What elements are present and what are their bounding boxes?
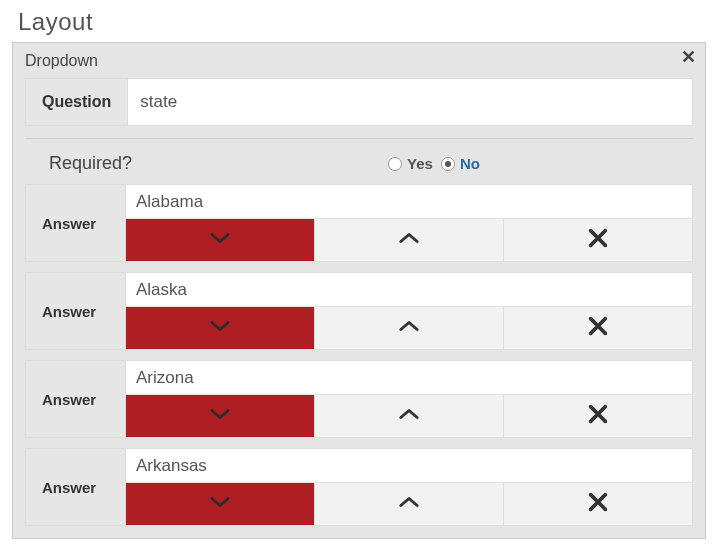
close-icon: [587, 491, 609, 517]
move-down-button[interactable]: [126, 307, 315, 349]
answer-actions: [126, 483, 692, 525]
answer-actions: [126, 307, 692, 349]
question-row: Question: [25, 78, 693, 126]
answer-content: [126, 449, 692, 525]
answer-content: [126, 185, 692, 261]
answer-input[interactable]: [126, 185, 692, 219]
answer-input[interactable]: [126, 449, 692, 483]
answer-row: Answer: [25, 184, 693, 262]
panel-body: Question Required? Yes No AnswerAnswerAn…: [13, 78, 705, 538]
chevron-down-icon: [206, 319, 234, 337]
move-up-button[interactable]: [315, 219, 504, 261]
answer-content: [126, 361, 692, 437]
move-up-button[interactable]: [315, 307, 504, 349]
page-title: Layout: [0, 0, 718, 42]
close-icon: [587, 315, 609, 341]
answer-row: Answer: [25, 448, 693, 526]
radio-label-yes: Yes: [407, 155, 433, 172]
chevron-up-icon: [395, 319, 423, 337]
answer-row: Answer: [25, 360, 693, 438]
question-label: Question: [26, 79, 128, 125]
answer-content: [126, 273, 692, 349]
remove-answer-button[interactable]: [504, 483, 692, 525]
answer-input[interactable]: [126, 361, 692, 395]
answers-list: AnswerAnswerAnswerAnswer: [25, 184, 693, 526]
move-down-button[interactable]: [126, 395, 315, 437]
dropdown-panel: Dropdown ✕ Question Required? Yes No Ans…: [12, 42, 706, 539]
chevron-up-icon: [395, 407, 423, 425]
remove-answer-button[interactable]: [504, 395, 692, 437]
answer-label: Answer: [26, 273, 126, 349]
chevron-up-icon: [395, 231, 423, 249]
answer-row: Answer: [25, 272, 693, 350]
question-input[interactable]: [128, 79, 692, 125]
chevron-down-icon: [206, 495, 234, 513]
close-icon[interactable]: ✕: [678, 48, 698, 68]
required-no-radio[interactable]: No: [441, 155, 480, 172]
answer-actions: [126, 395, 692, 437]
chevron-down-icon: [206, 231, 234, 249]
close-icon: [587, 227, 609, 253]
answer-label: Answer: [26, 449, 126, 525]
answer-input[interactable]: [126, 273, 692, 307]
answer-actions: [126, 219, 692, 261]
required-row: Required? Yes No: [25, 153, 693, 184]
radio-icon: [388, 157, 402, 171]
move-up-button[interactable]: [315, 483, 504, 525]
move-down-button[interactable]: [126, 219, 315, 261]
chevron-down-icon: [206, 407, 234, 425]
remove-answer-button[interactable]: [504, 219, 692, 261]
required-yes-radio[interactable]: Yes: [388, 155, 433, 172]
required-radio-group: Yes No: [388, 155, 480, 172]
close-icon: [587, 403, 609, 429]
answer-label: Answer: [26, 185, 126, 261]
move-down-button[interactable]: [126, 483, 315, 525]
radio-label-no: No: [460, 155, 480, 172]
panel-title: Dropdown: [25, 52, 98, 69]
panel-header: Dropdown ✕: [13, 43, 705, 78]
chevron-up-icon: [395, 495, 423, 513]
answer-label: Answer: [26, 361, 126, 437]
divider: [25, 138, 693, 139]
remove-answer-button[interactable]: [504, 307, 692, 349]
move-up-button[interactable]: [315, 395, 504, 437]
required-label: Required?: [49, 153, 132, 174]
radio-icon: [441, 157, 455, 171]
